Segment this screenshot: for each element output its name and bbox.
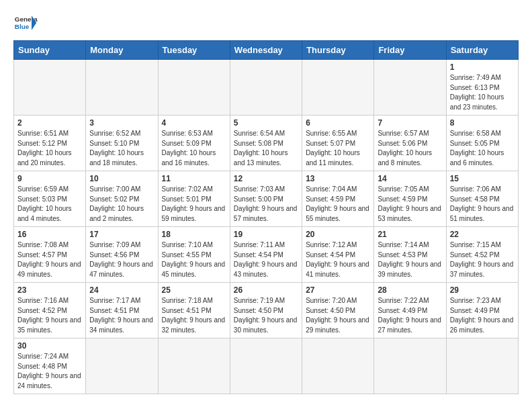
day-number: 29 xyxy=(450,285,515,295)
day-cell: 10Sunrise: 7:00 AM Sunset: 5:02 PM Dayli… xyxy=(86,171,158,227)
day-info: Sunrise: 6:58 AM Sunset: 5:05 PM Dayligh… xyxy=(450,129,515,168)
day-number: 20 xyxy=(306,230,370,239)
day-cell xyxy=(230,60,302,116)
day-cell: 11Sunrise: 7:02 AM Sunset: 5:01 PM Dayli… xyxy=(158,171,230,227)
day-number: 17 xyxy=(89,230,154,239)
day-info: Sunrise: 7:12 AM Sunset: 4:54 PM Dayligh… xyxy=(306,240,370,279)
day-number: 11 xyxy=(162,174,226,183)
day-info: Sunrise: 7:49 AM Sunset: 6:13 PM Dayligh… xyxy=(450,73,515,112)
day-info: Sunrise: 6:59 AM Sunset: 5:03 PM Dayligh… xyxy=(17,185,82,224)
day-info: Sunrise: 7:18 AM Sunset: 4:51 PM Dayligh… xyxy=(162,296,226,335)
day-info: Sunrise: 7:19 AM Sunset: 4:50 PM Dayligh… xyxy=(234,296,298,335)
day-cell xyxy=(374,338,446,394)
day-info: Sunrise: 6:57 AM Sunset: 5:06 PM Dayligh… xyxy=(378,129,442,168)
day-cell xyxy=(86,338,158,394)
day-info: Sunrise: 7:23 AM Sunset: 4:49 PM Dayligh… xyxy=(450,296,515,335)
day-info: Sunrise: 6:54 AM Sunset: 5:08 PM Dayligh… xyxy=(234,129,298,168)
day-number: 10 xyxy=(89,174,154,183)
weekday-header-saturday: Saturday xyxy=(446,41,518,60)
day-info: Sunrise: 7:06 AM Sunset: 4:58 PM Dayligh… xyxy=(450,185,515,224)
calendar-table: SundayMondayTuesdayWednesdayThursdayFrid… xyxy=(13,40,519,394)
day-number: 3 xyxy=(89,118,154,128)
weekday-header-thursday: Thursday xyxy=(302,41,374,60)
logo: General Blue xyxy=(13,11,38,35)
day-number: 12 xyxy=(234,174,298,183)
day-number: 19 xyxy=(234,230,298,239)
day-cell: 3Sunrise: 6:52 AM Sunset: 5:10 PM Daylig… xyxy=(86,116,158,171)
day-info: Sunrise: 7:22 AM Sunset: 4:49 PM Dayligh… xyxy=(378,296,442,335)
day-number: 2 xyxy=(17,118,82,128)
day-number: 16 xyxy=(17,230,82,239)
day-number: 18 xyxy=(162,230,226,239)
day-cell xyxy=(86,60,158,116)
week-row-4: 16Sunrise: 7:08 AM Sunset: 4:57 PM Dayli… xyxy=(14,227,519,283)
day-number: 15 xyxy=(450,174,515,183)
day-number: 28 xyxy=(378,285,442,295)
day-info: Sunrise: 7:11 AM Sunset: 4:54 PM Dayligh… xyxy=(234,240,298,279)
week-row-6: 30Sunrise: 7:24 AM Sunset: 4:48 PM Dayli… xyxy=(14,338,519,394)
day-cell xyxy=(374,60,446,116)
day-cell xyxy=(158,60,230,116)
day-cell xyxy=(158,338,230,394)
day-cell: 12Sunrise: 7:03 AM Sunset: 5:00 PM Dayli… xyxy=(230,171,302,227)
day-cell: 8Sunrise: 6:58 AM Sunset: 5:05 PM Daylig… xyxy=(446,116,518,171)
weekday-header-monday: Monday xyxy=(86,41,158,60)
day-cell xyxy=(446,338,518,394)
day-cell: 5Sunrise: 6:54 AM Sunset: 5:08 PM Daylig… xyxy=(230,116,302,171)
day-cell: 30Sunrise: 7:24 AM Sunset: 4:48 PM Dayli… xyxy=(14,338,86,394)
day-number: 27 xyxy=(306,285,370,295)
week-row-1: 1Sunrise: 7:49 AM Sunset: 6:13 PM Daylig… xyxy=(14,60,519,116)
day-info: Sunrise: 7:03 AM Sunset: 5:00 PM Dayligh… xyxy=(234,185,298,224)
day-cell: 13Sunrise: 7:04 AM Sunset: 4:59 PM Dayli… xyxy=(302,171,374,227)
day-info: Sunrise: 7:09 AM Sunset: 4:56 PM Dayligh… xyxy=(89,240,154,279)
day-cell: 21Sunrise: 7:14 AM Sunset: 4:53 PM Dayli… xyxy=(374,227,446,283)
generalblue-logo-icon: General Blue xyxy=(13,11,38,35)
day-cell: 14Sunrise: 7:05 AM Sunset: 4:59 PM Dayli… xyxy=(374,171,446,227)
day-number: 14 xyxy=(378,174,442,183)
day-number: 25 xyxy=(162,285,226,295)
day-cell: 16Sunrise: 7:08 AM Sunset: 4:57 PM Dayli… xyxy=(14,227,86,283)
day-number: 24 xyxy=(89,285,154,295)
day-info: Sunrise: 7:00 AM Sunset: 5:02 PM Dayligh… xyxy=(89,185,154,224)
week-row-2: 2Sunrise: 6:51 AM Sunset: 5:12 PM Daylig… xyxy=(14,116,519,171)
day-cell: 7Sunrise: 6:57 AM Sunset: 5:06 PM Daylig… xyxy=(374,116,446,171)
day-info: Sunrise: 7:05 AM Sunset: 4:59 PM Dayligh… xyxy=(378,185,442,224)
day-cell: 18Sunrise: 7:10 AM Sunset: 4:55 PM Dayli… xyxy=(158,227,230,283)
day-cell: 28Sunrise: 7:22 AM Sunset: 4:49 PM Dayli… xyxy=(374,283,446,338)
day-number: 7 xyxy=(378,118,442,128)
day-info: Sunrise: 7:24 AM Sunset: 4:48 PM Dayligh… xyxy=(17,352,82,391)
day-cell: 23Sunrise: 7:16 AM Sunset: 4:52 PM Dayli… xyxy=(14,283,86,338)
day-number: 21 xyxy=(378,230,442,239)
calendar-page: General Blue SundayMondayTuesdayWednesda… xyxy=(0,0,532,408)
day-info: Sunrise: 7:14 AM Sunset: 4:53 PM Dayligh… xyxy=(378,240,442,279)
day-cell: 24Sunrise: 7:17 AM Sunset: 4:51 PM Dayli… xyxy=(86,283,158,338)
week-row-3: 9Sunrise: 6:59 AM Sunset: 5:03 PM Daylig… xyxy=(14,171,519,227)
header: General Blue xyxy=(13,11,519,35)
day-cell: 9Sunrise: 6:59 AM Sunset: 5:03 PM Daylig… xyxy=(14,171,86,227)
day-cell: 17Sunrise: 7:09 AM Sunset: 4:56 PM Dayli… xyxy=(86,227,158,283)
day-cell: 6Sunrise: 6:55 AM Sunset: 5:07 PM Daylig… xyxy=(302,116,374,171)
day-info: Sunrise: 7:15 AM Sunset: 4:52 PM Dayligh… xyxy=(450,240,515,279)
day-info: Sunrise: 6:53 AM Sunset: 5:09 PM Dayligh… xyxy=(162,129,226,168)
day-number: 9 xyxy=(17,174,82,183)
weekday-header-sunday: Sunday xyxy=(14,41,86,60)
day-number: 22 xyxy=(450,230,515,239)
day-cell xyxy=(14,60,86,116)
day-cell: 19Sunrise: 7:11 AM Sunset: 4:54 PM Dayli… xyxy=(230,227,302,283)
day-number: 6 xyxy=(306,118,370,128)
day-number: 26 xyxy=(234,285,298,295)
week-row-5: 23Sunrise: 7:16 AM Sunset: 4:52 PM Dayli… xyxy=(14,283,519,338)
day-number: 5 xyxy=(234,118,298,128)
weekday-header-wednesday: Wednesday xyxy=(230,41,302,60)
day-info: Sunrise: 7:04 AM Sunset: 4:59 PM Dayligh… xyxy=(306,185,370,224)
day-number: 30 xyxy=(17,341,82,351)
day-info: Sunrise: 7:20 AM Sunset: 4:50 PM Dayligh… xyxy=(306,296,370,335)
day-info: Sunrise: 7:17 AM Sunset: 4:51 PM Dayligh… xyxy=(89,296,154,335)
day-cell: 27Sunrise: 7:20 AM Sunset: 4:50 PM Dayli… xyxy=(302,283,374,338)
day-info: Sunrise: 7:08 AM Sunset: 4:57 PM Dayligh… xyxy=(17,240,82,279)
weekday-header-tuesday: Tuesday xyxy=(158,41,230,60)
day-cell: 22Sunrise: 7:15 AM Sunset: 4:52 PM Dayli… xyxy=(446,227,518,283)
day-cell: 1Sunrise: 7:49 AM Sunset: 6:13 PM Daylig… xyxy=(446,60,518,116)
day-info: Sunrise: 7:02 AM Sunset: 5:01 PM Dayligh… xyxy=(162,185,226,224)
day-number: 1 xyxy=(450,62,515,72)
